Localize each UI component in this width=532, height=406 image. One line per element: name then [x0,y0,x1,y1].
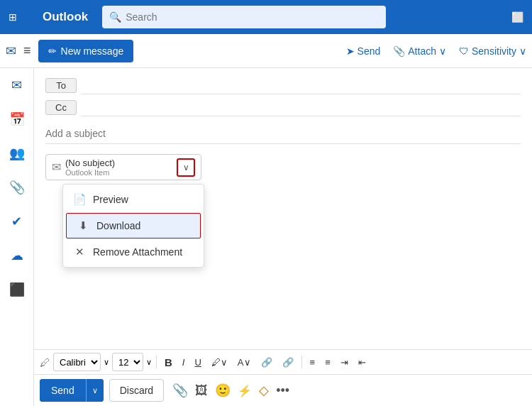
to-label[interactable]: To [45,78,77,93]
attachment-info: (No subject) Outlook Item [65,158,177,177]
sensitivity-button-toolbar[interactable]: 🛡 Sensitivity ∨ [459,45,526,57]
font-size-selector[interactable]: 12 [112,353,143,371]
format-bar: 🖊 Calibri ∨ 12 ∨ B I U 🖊∨ A∨ 🔗 🔗 ≡ ≡ ⇥ ⇤ [34,349,532,374]
remove-label: Remove Attachment [93,246,182,258]
send-main-button[interactable]: Send [40,379,86,402]
search-input[interactable] [126,11,379,23]
download-icon: ⬇ [77,219,89,232]
sidebar-item-calendar[interactable]: 📅 [6,108,28,131]
to-input[interactable] [81,77,521,94]
italic-button[interactable]: I [179,355,189,370]
compose-fields: To Cc [34,68,532,150]
attachment-name: (No subject) [65,158,177,168]
mail-icon: ✉ [6,43,16,59]
outdent-button[interactable]: ⇤ [355,355,370,370]
format-separator-2 [301,356,302,368]
size-chevron-icon[interactable]: ∨ [146,358,152,367]
sidebar-item-files[interactable]: 📎 [6,176,28,199]
attach-chevron-icon: ∨ [439,45,446,57]
attachment-item[interactable]: ✉ (No subject) Outlook Item ∨ [45,154,201,180]
link2-button[interactable]: 🔗 [279,355,297,370]
shield-icon: 🛡 [459,45,469,57]
attachment-mail-icon: ✉ [52,160,61,174]
subject-input[interactable] [45,124,521,144]
toolbar-bar: ✉ ≡ ✏ New message ➤ Send 📎 Attach ∨ 🛡 Se… [0,34,532,68]
left-sidebar: ✉ 📅 👥 📎 ✔ ☁ ⬛ [0,68,34,406]
link-button[interactable]: 🔗 [257,355,276,370]
format-separator-1 [156,356,157,368]
send-dropdown-button[interactable]: ∨ [87,379,104,402]
dropdown-item-remove[interactable]: ✕ Remove Attachment [63,240,204,264]
search-bar[interactable]: 🔍 [102,6,386,28]
action-bar: Send ∨ Discard 📎 🖼 🙂 ⚡ ◇ ••• [34,374,532,406]
loop-action-icon[interactable]: ◇ [259,383,269,398]
to-field-row: To [45,77,521,94]
signature-action-icon[interactable]: ⚡ [238,384,252,397]
toolbar-right-actions: ➤ Send 📎 Attach ∨ 🛡 Sensitivity ∨ [346,45,526,57]
cc-label[interactable]: Cc [45,100,77,115]
more-action-icon[interactable]: ••• [276,383,289,398]
sidebar-item-apps[interactable]: ⬛ [6,278,28,301]
paperclip-action-icon[interactable]: 📎 [172,383,188,398]
app-title: Outlook [43,10,88,24]
cc-field-row: Cc [45,99,521,116]
compose-icon: ✏ [48,45,57,57]
remove-icon: ✕ [73,246,86,258]
dropdown-item-download[interactable]: ⬇ Download [66,213,201,238]
list-button[interactable]: ≡ [321,355,334,370]
font-selector[interactable]: Calibri [53,353,101,371]
window-icon[interactable]: ⬜ [511,11,523,23]
attachment-subtitle: Outlook Item [65,168,177,177]
attachment-section: ✉ (No subject) Outlook Item ∨ 📄 Preview … [34,150,532,185]
sidebar-item-tasks[interactable]: ✔ [6,210,28,233]
pen-icon: 🖊 [40,356,50,368]
indent-button[interactable]: ⇥ [337,355,352,370]
font-color-button[interactable]: A∨ [234,355,255,370]
sidebar-item-mail[interactable]: ✉ [6,74,28,97]
send-button-toolbar[interactable]: ➤ Send [346,45,381,57]
hamburger-icon[interactable]: ≡ [23,43,31,58]
send-icon: ➤ [346,45,355,57]
compose-area: To Cc ✉ (No subject) Outlook Item ∨ [34,68,532,406]
grid-icon[interactable]: ⊞ [9,11,34,23]
bold-button[interactable]: B [161,354,176,371]
underline-button[interactable]: U [191,355,204,370]
preview-icon: 📄 [73,193,86,206]
search-icon: 🔍 [109,11,121,23]
download-label: Download [96,220,140,231]
sidebar-item-cloud[interactable]: ☁ [6,244,28,267]
sensitivity-chevron-icon: ∨ [519,45,526,57]
new-message-button[interactable]: ✏ New message [38,40,134,62]
top-bar: ⊞ Outlook 🔍 ⬜ [0,0,532,34]
emoji-action-icon[interactable]: 🙂 [215,383,231,398]
action-icons: 📎 🖼 🙂 ⚡ ◇ ••• [172,383,289,398]
main-container: ✉ 📅 👥 📎 ✔ ☁ ⬛ To Cc ✉ (No subject) [0,68,532,406]
paperclip-icon: 📎 [393,45,405,57]
font-chevron-icon[interactable]: ∨ [104,358,109,367]
image-action-icon[interactable]: 🖼 [195,383,208,398]
attach-button-toolbar[interactable]: 📎 Attach ∨ [393,45,446,57]
highlight-button[interactable]: 🖊∨ [208,355,231,370]
align-button[interactable]: ≡ [306,355,319,370]
sidebar-item-people[interactable]: 👥 [6,142,28,165]
preview-label: Preview [93,194,128,205]
dropdown-item-preview[interactable]: 📄 Preview [63,187,204,212]
discard-button[interactable]: Discard [109,379,164,402]
attachment-expand-button[interactable]: ∨ [177,158,195,177]
window-controls: ⬜ [511,11,523,23]
send-button-group: Send ∨ [40,379,104,402]
cc-input[interactable] [81,99,521,116]
attachment-dropdown-menu: 📄 Preview ⬇ Download ✕ Remove Attachment [62,184,204,268]
